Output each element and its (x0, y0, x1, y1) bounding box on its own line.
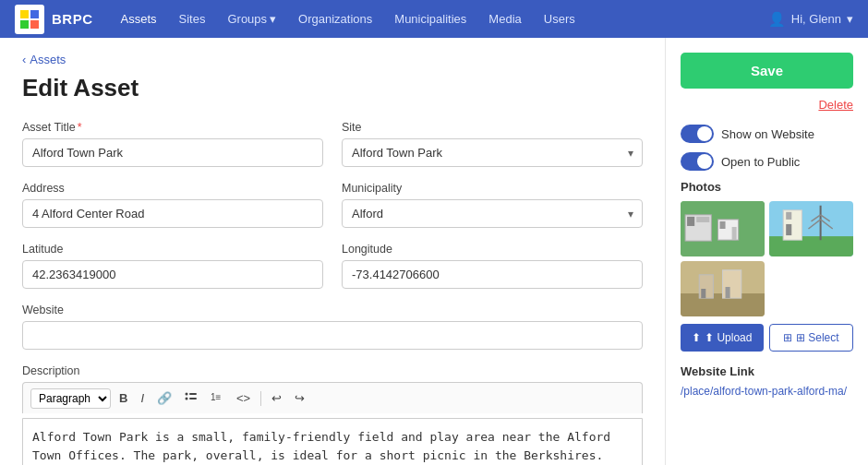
svg-rect-7 (189, 398, 197, 399)
latitude-label: Latitude (22, 243, 323, 256)
nav-groups[interactable]: Groups ▾ (218, 5, 285, 33)
nav-users[interactable]: Users (535, 5, 585, 33)
main-content: ‹ Assets Edit Asset Asset Title* Site Al… (0, 38, 665, 465)
show-on-website-toggle[interactable] (681, 125, 714, 143)
bold-button[interactable]: B (115, 388, 132, 408)
svg-rect-17 (769, 236, 853, 256)
website-label: Website (22, 304, 643, 316)
user-icon: 👤 (768, 11, 786, 28)
nav-sites[interactable]: Sites (170, 5, 215, 33)
code-button[interactable]: <> (232, 388, 255, 408)
link-button[interactable]: 🔗 (152, 388, 176, 408)
open-to-public-toggle[interactable] (681, 152, 714, 171)
italic-button[interactable]: I (136, 388, 149, 408)
breadcrumb-label: Assets (30, 53, 66, 66)
select-button[interactable]: ⊞ ⊞ Select (769, 324, 854, 352)
page-title: Edit Asset (22, 74, 643, 102)
address-input[interactable] (22, 199, 323, 228)
latitude-group: Latitude (22, 243, 323, 289)
upload-label: ⬆ Upload (705, 331, 752, 344)
show-on-website-label: Show on Website (721, 127, 814, 141)
redo-button[interactable]: ↪ (290, 388, 309, 408)
user-chevron: ▾ (847, 12, 853, 26)
website-link-section: Website Link /place/alford-town-park-alf… (681, 364, 853, 398)
page-layout: ‹ Assets Edit Asset Asset Title* Site Al… (0, 38, 868, 465)
latitude-input[interactable] (22, 260, 323, 289)
longitude-label: Longitude (342, 243, 643, 256)
svg-rect-15 (732, 227, 737, 240)
undo-button[interactable]: ↩ (267, 388, 286, 408)
user-menu[interactable]: 👤 Hi, Glenn ▾ (768, 11, 853, 28)
breadcrumb-chevron: ‹ (22, 53, 26, 66)
description-label: Description (22, 364, 643, 377)
svg-rect-30 (701, 289, 705, 298)
description-toolbar: Paragraph B I 🔗 1≡ <> ↩ ↪ (22, 382, 643, 413)
upload-icon: ⬆ (692, 331, 701, 344)
nav-municipalities[interactable]: Municipalities (385, 5, 476, 33)
svg-rect-3 (30, 20, 39, 29)
website-group: Website (22, 304, 643, 350)
site-label: Site (342, 121, 643, 134)
nav-links: Assets Sites Groups ▾ Organizations Muni… (112, 5, 768, 33)
website-link-url[interactable]: /place/alford-town-park-alford-ma/ (681, 385, 847, 398)
brand-logo (15, 5, 44, 34)
site-group: Site Alford Town Park ▾ (342, 121, 643, 167)
description-group: Description Paragraph B I 🔗 1≡ <> ↩ ↪ (22, 364, 643, 465)
svg-point-4 (186, 393, 188, 396)
show-on-website-row: Show on Website (681, 125, 853, 143)
address-group: Address (22, 182, 323, 228)
website-input[interactable] (22, 321, 643, 350)
select-icon: ⊞ (783, 331, 792, 344)
svg-rect-0 (20, 10, 29, 18)
svg-text:1≡: 1≡ (211, 392, 222, 402)
form-row-1: Asset Title* Site Alford Town Park ▾ (22, 121, 643, 167)
description-textarea[interactable]: Alford Town Park is a small, family-frie… (22, 418, 643, 465)
bullet-list-button[interactable] (180, 388, 202, 409)
photos-grid (681, 201, 853, 316)
photo-1[interactable] (681, 201, 765, 256)
longitude-group: Longitude (342, 243, 643, 289)
address-label: Address (22, 182, 323, 195)
delete-link[interactable]: Delete (681, 98, 853, 112)
groups-chevron: ▾ (270, 12, 276, 26)
ordered-list-button[interactable]: 1≡ (206, 388, 228, 409)
svg-rect-20 (786, 224, 791, 235)
paragraph-select[interactable]: Paragraph (30, 388, 111, 409)
svg-rect-31 (726, 287, 730, 298)
longitude-input[interactable] (342, 260, 643, 289)
asset-title-group: Asset Title* (22, 121, 323, 167)
svg-rect-5 (189, 393, 197, 395)
user-label: Hi, Glenn (791, 12, 841, 26)
nav-media[interactable]: Media (479, 5, 530, 33)
site-select[interactable]: Alford Town Park (342, 138, 643, 167)
select-label: ⊞ Select (796, 331, 839, 344)
photos-section: Photos (681, 180, 853, 352)
svg-rect-12 (696, 217, 709, 222)
nav-assets[interactable]: Assets (112, 5, 166, 33)
brand-name: BRPC (52, 11, 93, 27)
open-to-public-row: Open to Public (681, 152, 853, 171)
breadcrumb[interactable]: ‹ Assets (22, 53, 643, 66)
photo-2[interactable] (769, 201, 853, 256)
toolbar-divider (260, 391, 261, 406)
open-to-public-label: Open to Public (721, 155, 800, 169)
svg-point-6 (186, 398, 188, 400)
form-row-2: Address Municipality Alford ▾ (22, 182, 643, 228)
brand[interactable]: BRPC (15, 5, 93, 34)
svg-rect-11 (687, 217, 694, 226)
photo-3[interactable] (681, 261, 765, 316)
photo-actions: ⬆ ⬆ Upload ⊞ ⊞ Select (681, 324, 853, 352)
asset-title-label: Asset Title* (22, 121, 323, 134)
upload-button[interactable]: ⬆ ⬆ Upload (681, 324, 764, 352)
municipality-select-wrapper: Alford ▾ (342, 199, 643, 228)
website-link-label: Website Link (681, 364, 853, 378)
municipality-group: Municipality Alford ▾ (342, 182, 643, 228)
svg-rect-2 (20, 20, 29, 29)
required-star: * (78, 121, 82, 134)
svg-rect-29 (723, 270, 741, 298)
nav-organizations[interactable]: Organizations (289, 5, 381, 33)
municipality-select[interactable]: Alford (342, 199, 643, 228)
save-button[interactable]: Save (681, 53, 853, 89)
asset-title-input[interactable] (22, 138, 323, 167)
navbar: BRPC Assets Sites Groups ▾ Organizations… (0, 0, 868, 38)
